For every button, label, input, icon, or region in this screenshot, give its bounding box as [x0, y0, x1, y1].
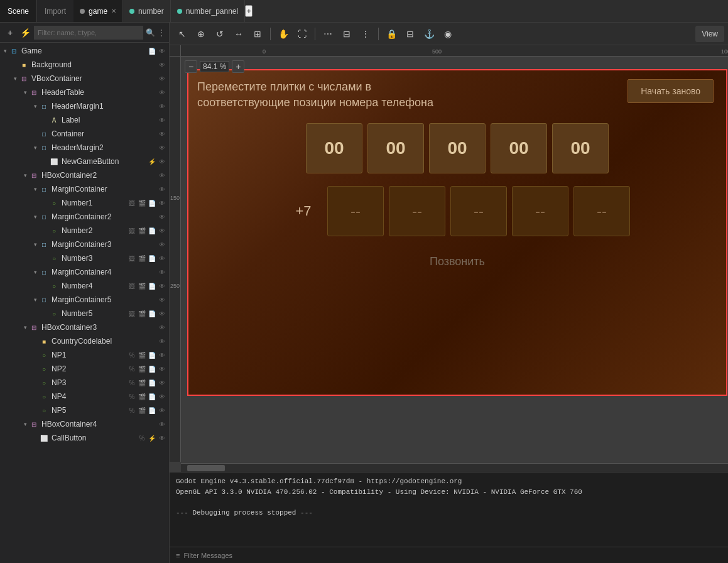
eye-icon[interactable]: 👁 — [158, 295, 166, 304]
eye-icon[interactable]: 👁 — [158, 268, 166, 276]
tree-node-hbox4[interactable]: ▾ ⊟ HBoxContainer4 👁 — [0, 417, 169, 431]
select-tool-button[interactable]: ↖ — [173, 25, 191, 43]
tree-node-background[interactable]: ■ Background 👁 — [0, 58, 169, 72]
eye-icon[interactable]: 👁 — [158, 406, 166, 415]
tree-node-newgamebutton[interactable]: ⬜ NewGameButton ⚡ 👁 — [0, 155, 169, 168]
eye-icon[interactable]: 👁 — [158, 88, 166, 97]
eye-icon[interactable]: 👁 — [158, 240, 166, 249]
eye-icon[interactable]: 👁 — [158, 102, 166, 111]
eye-icon[interactable]: 👁 — [158, 392, 166, 401]
eye-icon[interactable]: 👁 — [158, 143, 166, 152]
move-tool-button[interactable]: ⊕ — [192, 25, 210, 43]
phone-slot-5[interactable]: -- — [573, 186, 630, 236]
add-tab-button[interactable]: + — [245, 5, 253, 17]
tree-node-label[interactable]: A Label 👁 — [0, 113, 169, 127]
filter-input[interactable] — [34, 26, 143, 40]
tree-node-np2[interactable]: ○ NP2 % 🎬 📄 👁 — [0, 362, 169, 376]
eye-icon[interactable]: 👁 — [158, 129, 166, 138]
tree-node-margincontainer3[interactable]: ▾ □ MarginContainer3 👁 — [0, 238, 169, 251]
eye-icon[interactable]: 👁 — [158, 116, 166, 124]
pan-tool-button[interactable]: ✋ — [274, 25, 292, 43]
tree-node-margincontainer[interactable]: ▾ □ MarginContainer 👁 — [0, 182, 169, 196]
tile-1[interactable]: 00 — [306, 123, 362, 173]
eye-icon[interactable]: 👁 — [158, 60, 166, 69]
tile-3[interactable]: 00 — [429, 123, 486, 173]
tree-node-np1[interactable]: ○ NP1 % 🎬 📄 👁 — [0, 348, 169, 362]
tree-node-headermargin2[interactable]: ▾ □ HeaderMargin2 👁 — [0, 141, 169, 155]
rotate-tool-button[interactable]: ↺ — [211, 25, 229, 43]
phone-slot-4[interactable]: -- — [512, 186, 568, 236]
snap-button[interactable]: ⋯ — [319, 25, 337, 43]
eye-icon[interactable]: 👁 — [158, 337, 166, 346]
eye-icon[interactable]: 👁 — [158, 323, 166, 332]
eye-icon[interactable]: 👁 — [158, 434, 166, 442]
tree-node-margincontainer2[interactable]: ▾ □ MarginContainer2 👁 — [0, 210, 169, 224]
tree-node-countrylabel[interactable]: ■ CountryCodelabel 👁 — [0, 334, 169, 348]
tile-2[interactable]: 00 — [367, 123, 424, 173]
tree-node-vbox[interactable]: ▾ ⊟ VBoxContainer 👁 — [0, 72, 169, 85]
eye-icon[interactable]: 👁 — [158, 157, 166, 166]
eye-icon[interactable]: 👁 — [158, 226, 166, 235]
tree-node-hbox3[interactable]: ▾ ⊟ HBoxContainer3 👁 — [0, 320, 169, 334]
eye-icon[interactable]: 👁 — [158, 351, 166, 359]
eye-icon[interactable]: 👁 — [158, 282, 166, 290]
more-options-icon[interactable]: ⋮ — [158, 28, 165, 37]
eye-icon[interactable]: 👁 — [158, 212, 166, 221]
eye-icon[interactable]: 👁 — [158, 171, 166, 180]
call-button[interactable]: Позвонить — [430, 255, 485, 268]
view-button[interactable]: View — [695, 26, 724, 42]
tree-node-np3[interactable]: ○ NP3 % 🎬 📄 👁 — [0, 376, 169, 390]
eye-icon[interactable]: 👁 — [158, 420, 166, 429]
file-tab-game[interactable]: game ✕ — [73, 0, 123, 22]
tree-node-margincontainer5[interactable]: ▾ □ MarginContainer5 👁 — [0, 293, 169, 307]
restart-button[interactable]: Начать заново — [627, 79, 714, 103]
file-tab-number[interactable]: number — [123, 0, 171, 22]
eye-icon[interactable]: 👁 — [158, 378, 166, 387]
tree-node-headermargin1[interactable]: ▾ □ HeaderMargin1 👁 — [0, 99, 169, 113]
phone-slot-3[interactable]: -- — [450, 186, 507, 236]
more-button[interactable]: ⋮ — [357, 25, 374, 43]
tree-node-number4[interactable]: ○ Number4 🖼 🎬 📄 👁 — [0, 279, 169, 293]
tree-node-number5[interactable]: ○ Number5 🖼 🎬 📄 👁 — [0, 307, 169, 320]
tree-node-np5[interactable]: ○ NP5 % 🎬 📄 👁 — [0, 403, 169, 417]
grid2-button[interactable]: ⊟ — [338, 25, 356, 43]
canvas-area[interactable]: 0 500 1000 150 250 − 84.1 % + Переме — [170, 45, 728, 472]
tree-node-headertable[interactable]: ▾ ⊟ HeaderTable 👁 — [0, 85, 169, 99]
group-button[interactable]: ⊟ — [401, 25, 419, 43]
eye-icon[interactable]: 👁 — [158, 74, 166, 83]
file-tab-number-pannel[interactable]: number_pannel — [171, 0, 245, 22]
tab-scene[interactable]: Scene — [0, 0, 37, 22]
close-icon[interactable]: ✕ — [111, 8, 116, 14]
zoom-in-button[interactable]: + — [232, 60, 244, 73]
tree-node-margincontainer4[interactable]: ▾ □ MarginContainer4 👁 — [0, 265, 169, 279]
circle-button[interactable]: ◉ — [439, 25, 457, 43]
add-node-button[interactable]: + — [4, 26, 16, 39]
anchor-button[interactable]: ⚓ — [420, 25, 438, 43]
tree-node-game[interactable]: ▾ ⊡ Game 📄 👁 — [0, 44, 169, 58]
zoom-out-button[interactable]: − — [185, 60, 197, 73]
tree-node-np4[interactable]: ○ NP4 % 🎬 📄 👁 — [0, 390, 169, 403]
tree-node-container[interactable]: □ Container 👁 — [0, 127, 169, 141]
tab-import[interactable]: Import — [37, 0, 73, 22]
canvas-scrollbar-h[interactable] — [181, 463, 728, 472]
phone-slot-2[interactable]: -- — [389, 186, 445, 236]
select2-tool-button[interactable]: ⊞ — [249, 25, 266, 43]
scrollbar-thumb[interactable] — [187, 465, 225, 471]
phone-slot-1[interactable]: -- — [327, 186, 384, 236]
eye-icon[interactable]: 👁 — [158, 254, 166, 263]
tree-node-number3[interactable]: ○ Number3 🖼 🎬 📄 👁 — [0, 251, 169, 265]
lock-button[interactable]: 🔒 — [383, 25, 400, 43]
tile-5[interactable]: 00 — [552, 123, 609, 173]
tree-node-number2[interactable]: ○ Number2 🖼 🎬 📄 👁 — [0, 224, 169, 238]
tile-4[interactable]: 00 — [491, 123, 547, 173]
tree-node-number1[interactable]: ○ Number1 🖼 🎬 📄 👁 — [0, 196, 169, 210]
grid-button[interactable]: ⛶ — [293, 25, 311, 43]
tree-node-hbox2[interactable]: ▾ ⊟ HBoxContainer2 👁 — [0, 168, 169, 182]
eye-icon[interactable]: 👁 — [158, 185, 166, 194]
scale-tool-button[interactable]: ↔ — [230, 25, 247, 43]
link-node-button[interactable]: ⚡ — [19, 26, 31, 39]
eye-icon[interactable]: 👁 — [158, 199, 166, 207]
eye-icon[interactable]: 👁 — [158, 364, 166, 373]
eye-icon[interactable]: 👁 — [158, 46, 166, 55]
tree-node-callbutton[interactable]: ⬜ CallButton % ⚡ 👁 — [0, 431, 169, 445]
